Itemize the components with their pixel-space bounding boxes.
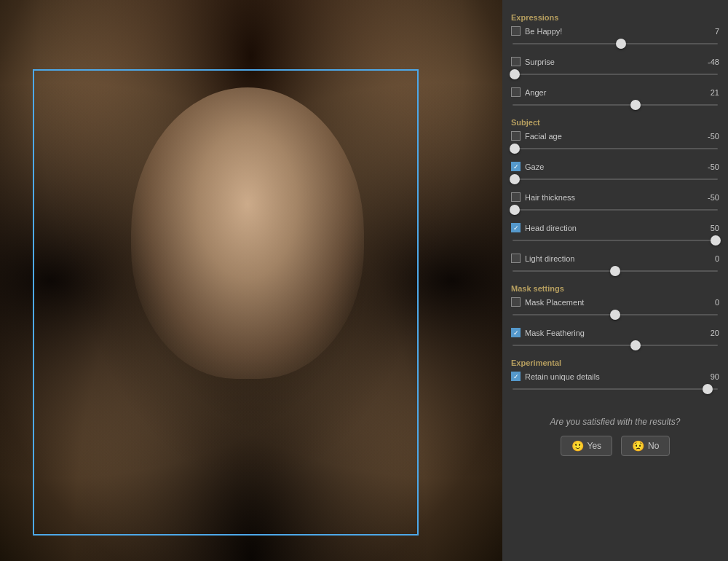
right-panel: Expressions Be Happy! 7 Surprise -48 [502, 0, 728, 561]
slider-mask-placement[interactable] [511, 309, 719, 321]
checkbox-mask-feathering[interactable] [511, 328, 521, 337]
checkbox-hair-thickness[interactable] [511, 192, 521, 202]
mask-section-label: Mask settings [511, 284, 719, 293]
value-gaze: -50 [699, 162, 719, 171]
value-anger: 21 [699, 88, 719, 97]
slider-surprise[interactable] [511, 68, 719, 80]
control-retain-unique: Retain unique details 90 [511, 372, 719, 395]
thumb-be-happy[interactable] [616, 39, 626, 49]
expressions-section-label: Expressions [511, 13, 719, 22]
slider-be-happy[interactable] [511, 38, 719, 50]
checkbox-facial-age[interactable] [511, 131, 521, 141]
control-anger: Anger 21 [511, 87, 719, 111]
control-hair-thickness: Hair thickness -50 [511, 192, 719, 216]
yes-button[interactable]: 🙂 Yes [561, 436, 613, 456]
thumb-retain-unique[interactable] [703, 384, 713, 394]
slider-light-direction[interactable] [511, 265, 719, 277]
label-be-happy: Be Happy! [525, 27, 562, 36]
checkbox-be-happy[interactable] [511, 26, 521, 36]
control-head-direction: Head direction 50 [511, 223, 719, 246]
label-anger: Anger [525, 88, 546, 97]
label-facial-age: Facial age [525, 132, 562, 141]
value-light-direction: 0 [699, 254, 719, 263]
subject-section-label: Subject [511, 118, 719, 127]
thumb-mask-feathering[interactable] [630, 340, 641, 350]
photo-area [0, 0, 502, 561]
thumb-gaze[interactable] [510, 174, 520, 184]
satisfaction-question: Are you satisfied with the results? [511, 417, 719, 427]
satisfaction-buttons: 🙂 Yes 😟 No [511, 436, 719, 456]
checkbox-anger[interactable] [511, 87, 521, 97]
slider-gaze[interactable] [511, 173, 719, 185]
no-button[interactable]: 😟 No [621, 436, 670, 456]
thumb-anger[interactable] [630, 100, 641, 110]
slider-hair-thickness[interactable] [511, 204, 719, 216]
label-hair-thickness: Hair thickness [525, 193, 575, 202]
control-be-happy: Be Happy! 7 [511, 26, 719, 50]
thumb-light-direction[interactable] [610, 266, 620, 276]
slider-mask-feathering[interactable] [511, 340, 719, 351]
checkbox-surprise[interactable] [511, 57, 521, 66]
value-mask-placement: 0 [699, 298, 719, 307]
label-light-direction: Light direction [525, 254, 575, 263]
value-surprise: -48 [699, 58, 719, 66]
label-head-direction: Head direction [525, 224, 577, 232]
checkbox-gaze[interactable] [511, 162, 521, 171]
value-head-direction: 50 [699, 224, 719, 232]
slider-facial-age[interactable] [511, 143, 719, 154]
slider-retain-unique[interactable] [511, 383, 719, 395]
control-mask-placement: Mask Placement 0 [511, 297, 719, 321]
label-mask-feathering: Mask Feathering [525, 329, 585, 337]
control-surprise: Surprise -48 [511, 57, 719, 80]
value-mask-feathering: 20 [699, 329, 719, 337]
control-light-direction: Light direction 0 [511, 254, 719, 277]
thumb-mask-placement[interactable] [610, 310, 620, 320]
slider-head-direction[interactable] [511, 235, 719, 246]
checkbox-light-direction[interactable] [511, 254, 521, 263]
value-hair-thickness: -50 [699, 193, 719, 202]
checkbox-head-direction[interactable] [511, 223, 521, 232]
label-surprise: Surprise [525, 58, 555, 66]
yes-label: Yes [587, 441, 602, 451]
slider-anger[interactable] [511, 99, 719, 111]
value-retain-unique: 90 [699, 372, 719, 381]
label-gaze: Gaze [525, 162, 544, 171]
experimental-section-label: Experimental [511, 358, 719, 367]
thumb-hair-thickness[interactable] [510, 205, 520, 215]
no-icon: 😟 [632, 440, 644, 452]
yes-icon: 🙂 [571, 440, 584, 452]
portrait-image [0, 0, 502, 561]
label-mask-placement: Mask Placement [525, 298, 584, 307]
control-gaze: Gaze -50 [511, 162, 719, 185]
thumb-head-direction[interactable] [711, 235, 721, 246]
control-facial-age: Facial age -50 [511, 131, 719, 154]
control-mask-feathering: Mask Feathering 20 [511, 328, 719, 351]
no-label: No [648, 441, 659, 451]
checkbox-retain-unique[interactable] [511, 372, 521, 381]
value-facial-age: -50 [699, 132, 719, 141]
thumb-surprise[interactable] [510, 69, 520, 79]
checkbox-mask-placement[interactable] [511, 297, 521, 307]
satisfaction-area: Are you satisfied with the results? 🙂 Ye… [511, 409, 719, 463]
label-retain-unique: Retain unique details [525, 372, 600, 381]
thumb-facial-age[interactable] [510, 144, 520, 154]
value-be-happy: 7 [699, 27, 719, 36]
